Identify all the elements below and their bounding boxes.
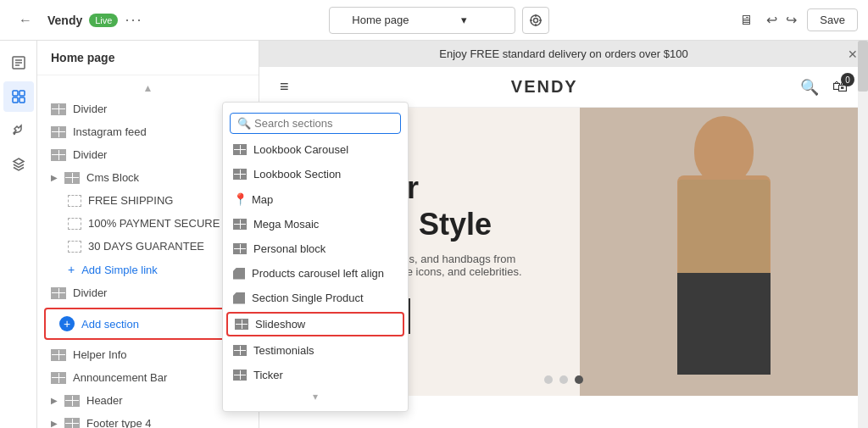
tag-icon xyxy=(233,268,245,280)
plus-icon: + xyxy=(68,263,75,276)
svg-rect-10 xyxy=(13,91,18,96)
cart-icon[interactable]: 🛍 0 xyxy=(832,78,848,96)
promo-text: Enjoy FREE standard delivery on orders o… xyxy=(439,47,687,60)
main-layout: Home page ▲ Divider Instagram feed Divid… xyxy=(0,41,868,428)
section-icon xyxy=(51,372,66,384)
scroll-up-arrow[interactable]: ▲ xyxy=(37,79,259,97)
section-label: 30 DAYS GUARANTEE xyxy=(88,240,204,253)
close-banner-button[interactable]: ✕ xyxy=(848,47,858,61)
sidebar-icon-brush[interactable] xyxy=(3,115,34,146)
redo-button[interactable]: ↪ xyxy=(782,8,800,31)
section-label: Divider xyxy=(73,148,107,161)
dropdown-items-list: Lookbook Carousel Lookbook Section 📍 Map… xyxy=(223,137,408,387)
sidebar-icon-pages[interactable] xyxy=(3,47,34,78)
dropdown-item-lookbook-section[interactable]: Lookbook Section xyxy=(223,162,408,186)
dropdown-item-map[interactable]: 📍 Map xyxy=(223,186,408,212)
target-icon-button[interactable] xyxy=(522,7,549,34)
sections-dropdown: 🔍 Lookbook Carousel Lookbook Section 📍 M… xyxy=(222,102,409,412)
dropdown-item-ticker[interactable]: Ticker xyxy=(223,363,408,387)
hamburger-icon[interactable]: ≡ xyxy=(280,78,289,96)
carousel-dot-1[interactable] xyxy=(544,375,553,384)
dropdown-item-slideshow[interactable]: Slideshow xyxy=(226,312,404,336)
dropdown-item-personal-block[interactable]: Personal block xyxy=(223,236,408,261)
section-label: 100% PAYMENT SECURE xyxy=(88,217,220,230)
section-icon xyxy=(51,349,66,361)
dropdown-item-testimonials[interactable]: Testimonials xyxy=(223,338,408,363)
dropdown-item-lookbook-carousel[interactable]: Lookbook Carousel xyxy=(223,137,408,162)
carousel-dot-3[interactable] xyxy=(575,375,583,384)
section-icon xyxy=(51,149,66,161)
add-section-button[interactable]: + Add section xyxy=(44,308,252,340)
icon-sidebar xyxy=(0,41,37,428)
subsection-icon xyxy=(68,241,81,253)
page-selector[interactable]: Home page ▾ xyxy=(329,7,515,34)
section-type-icon xyxy=(233,144,247,155)
dropdown-item-section-single-product[interactable]: Section Single Product xyxy=(223,286,408,310)
expand-arrow-icon: ▶ xyxy=(51,396,58,405)
sidebar-icon-sections[interactable] xyxy=(3,81,34,112)
subsection-icon xyxy=(68,195,81,207)
section-type-icon xyxy=(233,370,247,381)
search-icon[interactable]: 🔍 xyxy=(800,78,819,97)
person-pants xyxy=(677,273,771,375)
hero-image-area xyxy=(580,108,868,396)
section-icon xyxy=(51,126,66,138)
dropdown-item-label: Slideshow xyxy=(255,318,305,331)
list-item[interactable]: ▶ Footer type 4 xyxy=(37,412,259,428)
section-icon xyxy=(64,418,80,429)
section-label: Announcement Bar xyxy=(73,371,167,384)
hero-carousel-dots xyxy=(544,375,583,384)
preview-scrollbar[interactable] xyxy=(858,41,868,428)
live-badge: Live xyxy=(89,14,118,27)
svg-point-1 xyxy=(534,18,538,22)
toolbar-right: 🖥 ↩ ↪ Save xyxy=(736,8,858,31)
section-label: Divider xyxy=(73,103,107,115)
dropdown-item-label: Mega Mosaic xyxy=(253,218,319,231)
section-label: Divider xyxy=(73,286,107,299)
sidebar-icon-layers[interactable] xyxy=(3,149,34,180)
section-type-icon xyxy=(233,243,247,254)
section-label: Header xyxy=(86,394,123,407)
sections-panel-title: Home page xyxy=(37,41,259,75)
dropdown-item-mega-mosaic[interactable]: Mega Mosaic xyxy=(223,212,408,236)
section-label: FREE SHIPPING xyxy=(88,194,173,207)
save-button[interactable]: Save xyxy=(807,8,858,31)
desktop-view-button[interactable]: 🖥 xyxy=(736,9,756,31)
section-type-icon xyxy=(233,345,247,356)
dropdown-item-label: Lookbook Section xyxy=(253,168,341,181)
add-icon: + xyxy=(59,316,75,331)
dropdown-item-label: Ticker xyxy=(253,369,283,381)
back-button[interactable]: ← xyxy=(10,5,41,36)
dropdown-scroll-down[interactable]: ▾ xyxy=(223,387,408,406)
dropdown-item-label: Personal block xyxy=(253,242,326,255)
dropdown-item-label: Map xyxy=(252,193,273,206)
carousel-dot-2[interactable] xyxy=(559,375,568,384)
search-input[interactable] xyxy=(254,117,397,130)
section-icon xyxy=(64,395,80,407)
scrollbar-thumb[interactable] xyxy=(858,41,868,92)
map-icon: 📍 xyxy=(233,192,245,206)
section-type-icon xyxy=(235,319,248,330)
dropdown-item-label: Section Single Product xyxy=(252,292,364,304)
more-options-button[interactable]: ··· xyxy=(125,11,142,29)
section-label: Footer type 4 xyxy=(86,417,152,428)
dropdown-item-products-carousel[interactable]: Products carousel left align xyxy=(223,261,408,286)
section-icon xyxy=(64,172,80,184)
toolbar-left: ← Vendy Live ··· xyxy=(10,5,142,36)
section-type-icon xyxy=(233,219,247,230)
undo-button[interactable]: ↩ xyxy=(763,8,781,31)
add-link-label: Add Simple link xyxy=(81,264,158,276)
dropdown-item-label: Lookbook Carousel xyxy=(253,143,348,156)
person-head xyxy=(694,116,754,184)
toolbar-center: Home page ▾ xyxy=(151,7,727,34)
dropdown-item-label: Products carousel left align xyxy=(252,267,384,280)
tag-icon xyxy=(233,292,245,304)
chevron-down-icon: ▾ xyxy=(422,14,506,26)
svg-rect-13 xyxy=(19,97,25,103)
subsection-icon xyxy=(68,218,81,230)
section-label: Cms Block xyxy=(86,171,139,184)
person-shirt xyxy=(678,180,770,281)
app-logo: Vendy xyxy=(47,14,82,27)
header-icons: 🔍 🛍 0 xyxy=(800,78,848,97)
section-icon xyxy=(51,287,66,299)
